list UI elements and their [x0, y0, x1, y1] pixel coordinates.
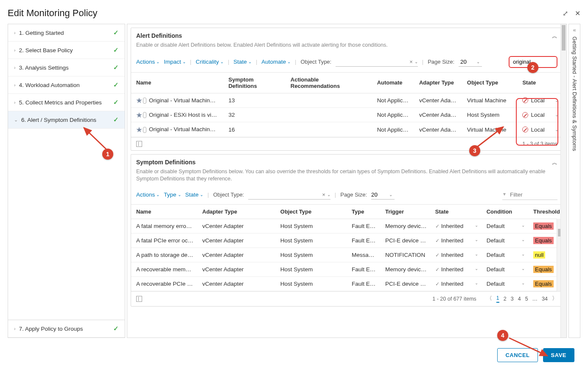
chevron-down-icon: ⌄ — [475, 223, 478, 228]
threshold-badge: Equals — [533, 266, 554, 273]
clear-object-type-icon[interactable]: × — [409, 59, 413, 65]
sd-col-adapter[interactable]: Adapter Type — [198, 204, 276, 219]
criticality-filter[interactable]: Criticality⌄ — [196, 59, 224, 65]
sd-col-state[interactable]: State — [431, 204, 482, 219]
chevron-down-icon: ⌄ — [475, 281, 478, 285]
collapse-icon[interactable]: ︽ — [552, 159, 557, 166]
chevron-right-icon: › — [14, 82, 16, 87]
content-scrollbar[interactable] — [560, 24, 566, 338]
annotation-callout-4: 4 — [497, 330, 508, 341]
check-icon: ✓ — [113, 29, 119, 37]
sd-col-trigger[interactable]: Trigger — [381, 204, 431, 219]
annotation-callout-1: 1 — [102, 149, 113, 160]
page-number[interactable]: 34 — [542, 296, 548, 302]
table-row[interactable]: A path to storage de…vCenter AdapterHost… — [131, 248, 563, 262]
actions-menu[interactable]: Actions⌄ — [136, 59, 160, 65]
check-icon: ✓ — [113, 81, 119, 89]
state-dropdown[interactable]: Local⌄ — [522, 127, 558, 133]
page-next-icon[interactable]: 〉 — [552, 295, 557, 302]
col-adapter-type[interactable]: Adapter Type — [415, 72, 463, 93]
collapse-icon[interactable]: ︽ — [552, 32, 557, 40]
state-dropdown[interactable]: Local⌄ — [522, 97, 558, 104]
page-number[interactable]: 1 — [496, 295, 499, 303]
col-actionable-rec[interactable]: Actionable Recommendations — [286, 72, 373, 93]
table-row[interactable]: Original - ESXi Host is vi… 32Not Applic… — [131, 107, 563, 122]
chevron-right-icon: › — [14, 48, 16, 53]
col-automate[interactable]: Automate — [373, 72, 415, 93]
sd-object-type-input[interactable] — [248, 190, 320, 199]
wizard-step-5[interactable]: ›5. Collect Metrics and Properties✓ — [8, 94, 125, 111]
chevron-down-icon: ⌄ — [521, 237, 525, 242]
table-row[interactable]: A recoverable memo…vCenter AdapterHost S… — [131, 262, 563, 276]
sd-count: 1 - 20 of 677 items — [432, 296, 476, 302]
disabled-icon — [522, 127, 528, 132]
table-row[interactable]: A fatal PCIe error oc…vCenter AdapterHos… — [131, 233, 563, 248]
column-picker-icon[interactable] — [136, 141, 142, 147]
col-name[interactable]: Name — [131, 72, 224, 93]
impact-filter[interactable]: Impact⌄ — [164, 59, 186, 65]
table-row[interactable]: Original - Virtual Machin… 13Not Applica… — [131, 93, 563, 107]
annotation-callout-2: 2 — [527, 62, 538, 73]
svg-line-0 — [84, 128, 106, 149]
page-size-caret-icon[interactable]: ⌄ — [476, 59, 480, 64]
page-number[interactable]: 2 — [504, 296, 507, 302]
page-number: … — [532, 296, 538, 302]
chevron-down-icon: ⌄ — [521, 281, 525, 285]
automate-filter[interactable]: Automate⌄ — [261, 59, 291, 65]
chevron-down-icon: ⌄ — [555, 113, 558, 117]
page-number[interactable]: 5 — [525, 296, 528, 302]
expand-icon[interactable]: ⤢ — [563, 9, 568, 17]
table-row[interactable]: A fatal memory error…vCenter AdapterHost… — [131, 219, 563, 233]
sd-type-filter[interactable]: Type⌄ — [164, 191, 181, 198]
step-label: 1. Getting Started — [19, 30, 113, 36]
sd-col-object[interactable]: Object Type — [276, 204, 347, 219]
page-size-select[interactable] — [459, 57, 475, 66]
step-label: 3. Analysis Settings — [19, 65, 113, 71]
check-icon: ✓ — [113, 98, 119, 106]
wizard-step-3[interactable]: ›3. Analysis Settings✓ — [8, 59, 125, 76]
wizard-step-7[interactable]: ›7. Apply Policy to Groups✓ — [8, 320, 125, 338]
col-object-type[interactable]: Object Type — [463, 72, 518, 93]
sd-col-threshold[interactable]: Threshold — [529, 204, 563, 219]
page-number[interactable]: 4 — [518, 296, 521, 302]
sd-actions-menu[interactable]: Actions⌄ — [136, 191, 160, 198]
rail-collapse-icon[interactable]: « — [573, 27, 576, 33]
sd-col-condition[interactable]: Condition — [482, 204, 529, 219]
page-number[interactable]: 3 — [511, 296, 514, 302]
sd-col-name[interactable]: Name — [131, 204, 198, 219]
wizard-step-2[interactable]: ›2. Select Base Policy✓ — [8, 42, 125, 59]
sd-state-filter[interactable]: State⌄ — [185, 191, 204, 198]
object-type-dropdown-icon[interactable]: ⌄ — [414, 59, 418, 64]
col-symptom-defs[interactable]: Symptom Definitions — [224, 72, 286, 93]
annotation-arrow-3 — [474, 124, 508, 150]
object-type-label: Object Type: — [300, 59, 331, 65]
state-dropdown[interactable]: Local⌄ — [522, 112, 558, 118]
alert-defs-title: Alert Definitions — [136, 32, 182, 40]
symptom-defs-desc: Enable or disable Symptom Definitions be… — [131, 168, 563, 187]
sd-page-size-select[interactable] — [371, 190, 387, 199]
object-type-input[interactable] — [336, 57, 408, 66]
threshold-badge: Equals — [533, 222, 554, 230]
chevron-down-icon: ⌄ — [475, 252, 478, 256]
wizard-step-4[interactable]: ›4. Workload Automation✓ — [8, 76, 125, 94]
sd-col-type[interactable]: Type — [347, 204, 381, 219]
pagination[interactable]: 〈 12345…34〉 — [487, 295, 557, 303]
sd-clear-icon[interactable]: × — [322, 191, 325, 198]
sd-column-picker-icon[interactable] — [136, 296, 142, 302]
state-filter[interactable]: State⌄ — [233, 59, 252, 65]
sd-object-type-dropdown-icon[interactable]: ⌄ — [327, 192, 330, 197]
table-row[interactable]: A recoverable PCIe e…vCenter AdapterHost… — [131, 276, 563, 291]
check-icon: ✓ — [113, 46, 119, 54]
step-label: 7. Apply Policy to Groups — [19, 326, 113, 332]
content-area: Alert Definitions ︽ Enable or disable Al… — [127, 24, 567, 338]
threshold-badge: null — [533, 251, 545, 259]
disabled-icon — [522, 97, 528, 103]
annotation-arrow-4 — [507, 335, 553, 361]
col-state[interactable]: State — [518, 72, 563, 93]
wizard-step-1[interactable]: ›1. Getting Started✓ — [8, 24, 125, 42]
page-prev-icon[interactable]: 〈 — [487, 295, 492, 302]
sd-filter-input[interactable] — [502, 190, 557, 200]
close-icon[interactable]: ✕ — [575, 9, 580, 17]
sd-page-size-caret-icon[interactable]: ⌄ — [389, 192, 392, 197]
help-rail[interactable]: « Getting Started - Alert Definitions & … — [568, 24, 580, 338]
